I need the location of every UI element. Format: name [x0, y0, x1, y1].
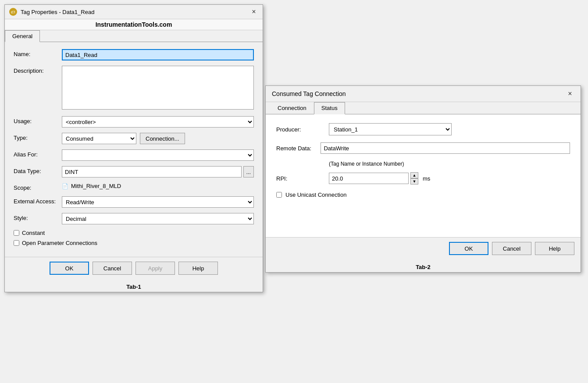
name-field — [62, 49, 254, 60]
rpi-row: RPI: ▲ ▼ ms — [276, 172, 570, 184]
open-parameter-label: Open Parameter Connections — [22, 240, 97, 246]
name-input[interactable] — [62, 49, 254, 60]
datatype-input[interactable] — [62, 166, 242, 177]
producer-row: Producer: Station_1 — [276, 123, 570, 135]
tag-help-button[interactable]: Help — [178, 262, 218, 275]
consumed-titlebar: Consumed Tag Connection × — [266, 86, 581, 102]
style-select[interactable]: Decimal — [62, 213, 254, 224]
unicast-label: Use Unicast Connection — [285, 192, 346, 198]
tab-status[interactable]: Status — [314, 102, 345, 114]
rpi-input-wrap: ▲ ▼ ms — [329, 172, 430, 184]
consumed-tab-label: Tab-2 — [266, 262, 581, 272]
description-field — [62, 66, 254, 111]
type-field: Consumed Connection... — [62, 133, 254, 144]
scope-value: Mithi_River_8_MLD — [71, 183, 121, 189]
rpi-spinner: ▲ ▼ — [410, 172, 418, 184]
consumed-help-button[interactable]: Help — [535, 242, 574, 255]
consumed-body: Producer: Station_1 Remote Data: (Tag Na… — [266, 114, 581, 237]
scope-row: Scope: 📄 Mithi_River_8_MLD — [14, 183, 254, 191]
scope-label: Scope: — [14, 183, 62, 191]
scope-value-row: 📄 Mithi_River_8_MLD — [62, 183, 121, 189]
open-parameter-checkbox[interactable] — [14, 240, 19, 246]
tag-titlebar: 🏷 Tag Properties - Data1_Read × — [5, 5, 263, 19]
external-access-select[interactable]: Read/Write — [62, 196, 254, 208]
tab-general[interactable]: General — [5, 30, 40, 42]
style-label: Style: — [14, 213, 62, 221]
usage-row: Usage: <controller> — [14, 116, 254, 128]
usage-label: Usage: — [14, 116, 62, 124]
consumed-close-button[interactable]: × — [566, 89, 574, 98]
remote-data-row: Remote Data: — [276, 142, 570, 154]
tag-tab-bar: General — [5, 30, 263, 42]
type-select[interactable]: Consumed — [62, 133, 136, 144]
constant-row: Constant — [14, 230, 254, 236]
scope-icon: 📄 — [62, 183, 68, 189]
description-row: Description: — [14, 66, 254, 111]
tag-footer: OK Cancel Apply Help — [5, 257, 263, 279]
tag-tab-label: Tab-1 — [5, 282, 263, 292]
consumed-tag-dialog: Consumed Tag Connection × Connection Sta… — [265, 85, 581, 273]
datatype-browse-button[interactable]: ... — [243, 166, 254, 177]
tag-icon: 🏷 — [9, 8, 17, 16]
consumed-tab-bar: Connection Status — [266, 102, 581, 114]
tag-cancel-button[interactable]: Cancel — [93, 262, 132, 275]
ms-label: ms — [423, 175, 430, 182]
tag-dialog-body: Name: Description: Usage: <controller> T… — [5, 42, 263, 257]
usage-field: <controller> — [62, 116, 254, 128]
titlebar-left: 🏷 Tag Properties - Data1_Read — [9, 8, 94, 16]
tag-close-button[interactable]: × — [249, 7, 258, 16]
rpi-input[interactable] — [329, 173, 409, 184]
consumed-dialog-title: Consumed Tag Connection — [272, 90, 346, 97]
external-access-field: Read/Write — [62, 196, 254, 208]
tag-properties-dialog: 🏷 Tag Properties - Data1_Read × Instrume… — [4, 4, 263, 292]
rpi-down-button[interactable]: ▼ — [410, 178, 418, 184]
rpi-label: RPI: — [276, 175, 329, 182]
tag-ok-button[interactable]: OK — [50, 262, 89, 275]
type-label: Type: — [14, 133, 62, 141]
type-row: Type: Consumed Connection... — [14, 133, 254, 144]
tag-apply-button[interactable]: Apply — [135, 262, 175, 275]
style-row: Style: Decimal — [14, 213, 254, 224]
unicast-checkbox[interactable] — [276, 192, 282, 198]
connection-button[interactable]: Connection... — [140, 133, 185, 144]
consumed-cancel-button[interactable]: Cancel — [492, 242, 531, 255]
open-param-row: Open Parameter Connections — [14, 240, 254, 246]
unicast-row: Use Unicast Connection — [276, 192, 570, 198]
description-textarea[interactable] — [62, 66, 254, 110]
rpi-up-button[interactable]: ▲ — [410, 172, 418, 178]
remote-data-label: Remote Data: — [276, 145, 321, 152]
alias-field — [62, 149, 254, 161]
description-label: Description: — [14, 66, 62, 74]
datatype-row: Data Type: ... — [14, 166, 254, 177]
consumed-ok-button[interactable]: OK — [449, 242, 488, 255]
remote-data-input[interactable] — [321, 142, 570, 154]
tag-dialog-title: Tag Properties - Data1_Read — [21, 9, 94, 15]
constant-label: Constant — [22, 230, 45, 236]
alias-select[interactable] — [62, 149, 254, 161]
producer-select[interactable]: Station_1 — [329, 123, 452, 135]
external-access-row: External Access: Read/Write — [14, 196, 254, 208]
alias-row: Alias For: — [14, 149, 254, 161]
datatype-label: Data Type: — [14, 166, 62, 174]
alias-label: Alias For: — [14, 149, 62, 158]
style-field: Decimal — [62, 213, 254, 224]
external-access-label: External Access: — [14, 196, 62, 205]
constant-checkbox[interactable] — [14, 230, 19, 236]
name-row: Name: — [14, 49, 254, 60]
tab-connection[interactable]: Connection — [270, 102, 314, 114]
brand-text: InstrumentationTools.com — [5, 19, 263, 30]
datatype-field: ... — [62, 166, 254, 177]
tag-name-hint: (Tag Name or Instance Number) — [329, 161, 570, 167]
producer-label: Producer: — [276, 126, 329, 133]
consumed-footer: OK Cancel Help — [266, 237, 581, 259]
usage-select[interactable]: <controller> — [62, 116, 254, 128]
name-label: Name: — [14, 49, 62, 57]
